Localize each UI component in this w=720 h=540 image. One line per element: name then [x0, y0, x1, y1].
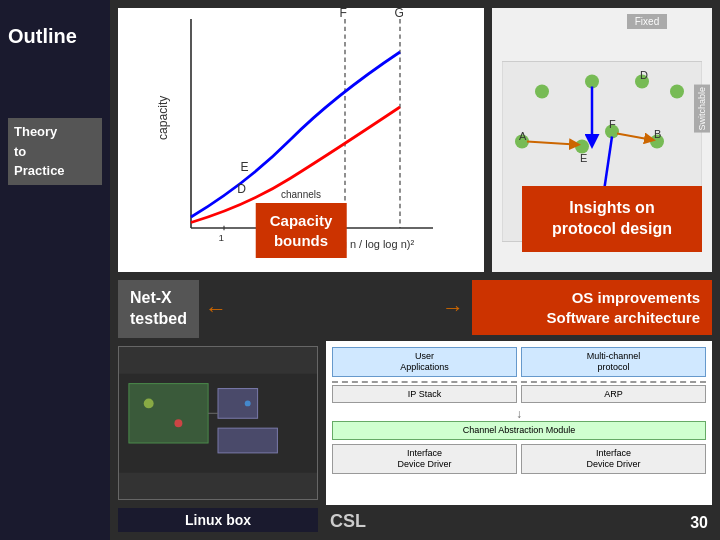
svg-text:G: G	[394, 8, 403, 20]
svg-text:D: D	[237, 182, 246, 196]
arch-row-top: User Applications Multi-channel protocol	[332, 347, 706, 377]
page-number: 30	[690, 514, 708, 532]
linux-photo-svg	[119, 347, 317, 499]
channels-label: channels	[256, 189, 347, 200]
arch-dashed-divider	[332, 381, 706, 383]
svg-point-17	[670, 85, 684, 99]
capacity-bounds-box: Capacity bounds	[256, 203, 347, 258]
netx-box: Net-X testbed	[118, 280, 199, 338]
interface2-box: Interface Device Driver	[521, 444, 706, 474]
svg-text:B: B	[654, 128, 661, 140]
svg-text:E: E	[580, 152, 587, 164]
svg-rect-38	[218, 428, 277, 453]
arch-row-middle: IP Stack ARP	[332, 385, 706, 404]
svg-point-41	[174, 419, 182, 427]
os-improvements-box: OS improvements Software architecture	[472, 280, 712, 335]
arp-box: ARP	[521, 385, 706, 404]
svg-point-14	[535, 85, 549, 99]
fixed-label: Fixed	[627, 14, 667, 29]
user-apps-box: User Applications	[332, 347, 517, 377]
sidebar: Outline Theory to Practice	[0, 0, 110, 540]
svg-rect-36	[129, 383, 208, 442]
svg-point-42	[245, 400, 251, 406]
svg-text:D: D	[640, 69, 648, 81]
ip-stack-box: IP Stack	[332, 385, 517, 404]
svg-point-15	[585, 75, 599, 89]
top-section: capacity log n (log n / log log n)² F G …	[110, 0, 720, 280]
theory-to-practice-label: Theory to Practice	[8, 118, 102, 185]
outline-title: Outline	[8, 10, 102, 48]
csl-label: CSL	[330, 511, 366, 532]
graph-panel: capacity log n (log n / log log n)² F G …	[118, 8, 484, 272]
arch-row-bottom: Interface Device Driver Interface Device…	[332, 444, 706, 474]
linux-photo	[118, 346, 318, 500]
switchable-label: Switchable	[694, 85, 710, 133]
svg-text:F: F	[340, 8, 347, 20]
arrow-right-icon: →	[442, 295, 464, 321]
svg-rect-37	[218, 388, 258, 418]
svg-text:F: F	[609, 118, 616, 130]
svg-point-40	[144, 398, 154, 408]
linux-box-label: Linux box	[118, 508, 318, 532]
svg-text:1: 1	[219, 232, 225, 243]
left-bottom: Net-X testbed ← Linux	[118, 280, 318, 532]
svg-text:capacity: capacity	[156, 95, 170, 140]
interface1-box: Interface Device Driver	[332, 444, 517, 474]
right-bottom: → OS improvements Software architecture …	[326, 280, 712, 532]
bottom-section: Net-X testbed ← Linux	[110, 280, 720, 540]
insights-box: Insights on protocol design	[522, 186, 702, 252]
network-panel: Fixed	[492, 8, 712, 272]
bottom-bar: CSL 30	[326, 511, 712, 532]
main-container: Outline Theory to Practice capacity log …	[0, 0, 720, 540]
arch-down-arrow: ↓	[332, 407, 706, 421]
architecture-diagram: User Applications Multi-channel protocol…	[326, 341, 712, 505]
arch-row-channel: Channel Abstraction Module	[332, 421, 706, 440]
arrow-left-icon: ←	[205, 296, 227, 322]
svg-text:E: E	[241, 160, 249, 174]
channel-abstraction-box: Channel Abstraction Module	[332, 421, 706, 440]
multi-channel-box: Multi-channel protocol	[521, 347, 706, 377]
svg-text:A: A	[519, 130, 527, 142]
